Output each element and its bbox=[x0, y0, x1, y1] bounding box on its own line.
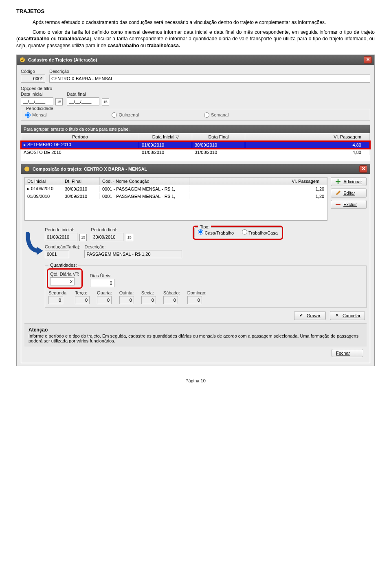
calendar-icon[interactable]: 15 bbox=[79, 234, 87, 241]
periodos-grid[interactable]: Para agrupar, arraste o título da coluna… bbox=[21, 125, 370, 161]
col-dt-final[interactable]: Dt. Final bbox=[62, 178, 100, 185]
dia-quarta bbox=[97, 296, 112, 304]
app-icon bbox=[19, 57, 26, 63]
col-dt-inicial[interactable]: Dt. Inicial bbox=[25, 178, 62, 185]
calendar-icon[interactable]: 15 bbox=[102, 98, 109, 105]
tipo-label: Tipo: bbox=[198, 224, 211, 229]
dias-uteis-input[interactable] bbox=[90, 279, 114, 287]
close-icon[interactable]: ✕ bbox=[359, 165, 367, 173]
conducao-input[interactable] bbox=[45, 250, 69, 258]
group-hint-banner: Para agrupar, arraste o título da coluna… bbox=[21, 125, 370, 133]
atencao-title: Atenção bbox=[29, 327, 362, 333]
col-data-final[interactable]: Data Final bbox=[192, 133, 245, 141]
radio-quinzenal[interactable]: Quinzenal bbox=[112, 112, 139, 118]
dia-sexta bbox=[141, 296, 156, 304]
quantidades-group: Quantidades: Qtd. Diária VT: Dias Úte bbox=[45, 265, 367, 308]
x-icon: ✕ bbox=[334, 313, 340, 318]
radio-mensal[interactable]: Mensal bbox=[25, 112, 46, 118]
qtd-diaria-label: Qtd. Diária VT: bbox=[50, 272, 79, 276]
calendar-icon[interactable]: 15 bbox=[126, 234, 133, 241]
window-titlebar[interactable]: Cadastro de Trajetos (Alteração) ✕ bbox=[17, 55, 374, 65]
conducao-label: Condução(Tarifa): bbox=[45, 244, 80, 249]
periodo-inicial-input[interactable] bbox=[45, 233, 77, 241]
radio-casa-trabalho[interactable]: Casa/Trabalho bbox=[198, 229, 234, 235]
table-row[interactable]: 01/09/2010 30/09/2010 0001 - PASSAGEM ME… bbox=[25, 193, 327, 200]
page-number: Página 10 bbox=[16, 378, 375, 383]
atencao-text: Informe o período e o tipo do trajeto. E… bbox=[29, 333, 362, 343]
data-inicial-label: Data inicial bbox=[21, 92, 63, 97]
cadastro-trajetos-window: Cadastro de Trajetos (Alteração) ✕ Códig… bbox=[16, 55, 375, 366]
calendar-icon[interactable]: 15 bbox=[55, 98, 63, 105]
quantidades-label: Quantidades: bbox=[48, 263, 78, 268]
data-final-input[interactable] bbox=[67, 97, 99, 105]
col-vl-passagem[interactable]: Vl. Passagem bbox=[245, 133, 370, 141]
descricao-input[interactable] bbox=[49, 75, 370, 83]
gravar-button[interactable]: ✔Gravar bbox=[294, 311, 326, 320]
window-title: Cadastro de Trajetos (Alteração) bbox=[28, 57, 97, 62]
data-final-label: Data final bbox=[67, 92, 109, 97]
table-row[interactable]: ▸ SETEMBRO DE 2010 01/09/2010 30/09/2010… bbox=[21, 141, 370, 149]
codigo-input bbox=[21, 75, 45, 83]
dia-terca bbox=[75, 296, 90, 304]
fechar-button[interactable]: Fechar bbox=[332, 349, 363, 357]
svg-point-0 bbox=[20, 57, 25, 62]
periodo-inicial-label: Período inicial: bbox=[45, 227, 87, 232]
dia-quinta bbox=[119, 296, 134, 304]
descricao-tarifa-input bbox=[84, 250, 182, 258]
dia-segunda bbox=[48, 296, 63, 304]
adicionar-button[interactable]: Adicionar bbox=[331, 177, 367, 186]
grid-header: Período Data Inicial ▽ Data Final Vl. Pa… bbox=[21, 133, 370, 141]
periodo-final-label: Período final: bbox=[91, 227, 133, 232]
svg-point-1 bbox=[24, 167, 29, 171]
dias-uteis-label: Dias Úteis: bbox=[90, 273, 114, 278]
app-icon bbox=[24, 166, 30, 172]
excluir-button[interactable]: Excluir bbox=[331, 200, 367, 209]
table-row[interactable]: AGOSTO DE 2010 01/08/2010 31/08/2010 4,8… bbox=[21, 149, 370, 156]
tipo-group: Tipo: Casa/Trabalho Trabalho/Casa bbox=[194, 227, 281, 238]
periodicidade-group: Periodicidade Mensal Quinzenal Semanal bbox=[21, 109, 370, 121]
col-vl-passagem[interactable]: Vl. Passagem bbox=[189, 178, 327, 185]
dia-domingo bbox=[187, 296, 202, 304]
dia-sabado bbox=[163, 296, 178, 304]
arrow-annotation bbox=[24, 227, 45, 256]
cancelar-button[interactable]: ✕Cancelar bbox=[330, 311, 365, 320]
periodo-final-input[interactable] bbox=[91, 233, 123, 241]
descricao-tarifa-label: Descrição: bbox=[84, 244, 182, 249]
minus-icon bbox=[335, 202, 341, 207]
atencao-panel: Atenção Informe o período e o tipo do tr… bbox=[24, 323, 367, 347]
detail-grid-header: Dt. Inicial Dt. Final Cód. - Nome Conduç… bbox=[25, 178, 327, 185]
col-periodo[interactable]: Período bbox=[21, 133, 139, 141]
descricao-label: Descrição bbox=[49, 69, 370, 74]
data-inicial-input[interactable] bbox=[21, 97, 53, 105]
pencil-icon bbox=[335, 190, 341, 196]
radio-semanal[interactable]: Semanal bbox=[204, 112, 228, 118]
editar-button[interactable]: Editar bbox=[331, 189, 367, 197]
page-heading: TRAJETOS bbox=[16, 8, 375, 14]
plus-icon bbox=[335, 179, 341, 184]
composicao-trajeto-window: Composição do trajeto: CENTRO X BARRA - … bbox=[21, 164, 370, 363]
intro-paragraph-2: Como o valor da tarifa foi definido como… bbox=[16, 29, 375, 49]
sub-window-title: Composição do trajeto: CENTRO X BARRA - … bbox=[33, 167, 147, 171]
table-row[interactable]: ▸ 01/09/2010 30/09/2010 0001 - PASSAGEM … bbox=[25, 185, 327, 193]
sub-window-titlebar[interactable]: Composição do trajeto: CENTRO X BARRA - … bbox=[21, 164, 370, 174]
periodicidade-label: Periodicidade bbox=[24, 106, 55, 111]
svg-rect-2 bbox=[336, 204, 340, 205]
col-data-inicial[interactable]: Data Inicial ▽ bbox=[139, 133, 192, 141]
days-row: Segunda: Terça: Quarta: Quinta: Sexta: S… bbox=[48, 290, 363, 304]
codigo-label: Código bbox=[21, 69, 45, 74]
radio-trabalho-casa[interactable]: Trabalho/Casa bbox=[242, 229, 278, 235]
col-cod-conducao[interactable]: Cód. - Nome Condução bbox=[100, 178, 189, 185]
composicao-grid[interactable]: Dt. Inicial Dt. Final Cód. - Nome Conduç… bbox=[24, 177, 327, 221]
intro-paragraph-1: Após termos efetuado o cadastramento das… bbox=[16, 19, 375, 26]
qtd-diaria-input[interactable] bbox=[50, 277, 75, 285]
check-icon: ✔ bbox=[299, 313, 304, 318]
close-icon[interactable]: ✕ bbox=[364, 56, 372, 64]
filtro-label: Opções de filtro bbox=[21, 86, 370, 91]
